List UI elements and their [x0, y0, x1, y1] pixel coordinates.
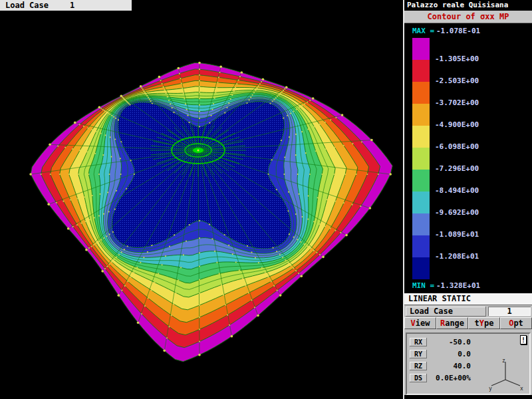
app-window: { "loadcase_bar": { "label": "Load Case"…: [0, 0, 532, 399]
axis-triad-icon: z x y: [488, 356, 524, 392]
menu-buttons: View Range tYpe Opt: [404, 317, 532, 329]
type-button-post: pe: [484, 319, 493, 328]
legend-swatch: [412, 257, 430, 279]
alert-button[interactable]: !: [520, 335, 527, 344]
rz-button[interactable]: RZ: [410, 362, 427, 370]
legend-boundary-value: -1.305E+00: [435, 55, 479, 63]
legend-boundary-value: -7.296E+00: [435, 165, 479, 173]
load-case-row: Load Case 1: [404, 305, 532, 317]
legend-max-value: -1.078E-01: [436, 27, 480, 35]
contour-title: Contour of σxx MP: [404, 11, 532, 23]
legend-boundary-value: -2.503E+00: [435, 77, 479, 85]
rx-value: -50.0: [427, 338, 471, 346]
legend-swatch: [412, 170, 430, 192]
legend-swatch: [412, 82, 430, 104]
axis-x-label: x: [520, 386, 523, 392]
load-case-bar-value: 1: [70, 1, 74, 10]
legend-min-row: MIN =-1.328E+01: [412, 281, 532, 291]
legend-boundary-value: -1.208E+01: [435, 253, 479, 261]
model-viewport: [0, 0, 403, 399]
view-button[interactable]: View: [404, 317, 436, 329]
ds-button[interactable]: DS: [410, 374, 427, 382]
legend-min-value: -1.328E+01: [436, 281, 480, 290]
load-case-button[interactable]: Load Case: [406, 307, 486, 317]
legend-min-label: MIN =: [412, 281, 436, 291]
rz-value: 40.0: [427, 362, 471, 370]
legend-color-scale: -1.305E+00 -2.503E+00 -3.702E+00 -4.900E…: [412, 38, 529, 279]
range-button-post: ange: [445, 319, 464, 328]
contour-legend: MAX =-1.078E-01 -1.305E+00 -2.503E+00 -3…: [404, 23, 532, 293]
legend-swatch: [412, 192, 430, 213]
rx-button[interactable]: RX: [410, 338, 427, 346]
view-button-post: iew: [416, 319, 430, 328]
type-button-hotkey: Y: [479, 319, 484, 328]
options-button[interactable]: Opt: [500, 317, 532, 329]
load-case-bar: Load Case1: [0, 0, 132, 11]
legend-swatch: [412, 213, 430, 235]
options-button-post: pt: [513, 319, 523, 328]
control-panel: Palazzo reale Quisisana Contour of σxx M…: [403, 0, 532, 399]
legend-boundary-value: -3.702E+00: [435, 99, 479, 107]
legend-swatch: [412, 38, 430, 60]
view-controls-panel: ! RX -50.0 RY 0.0 RZ 40.0 DS 0.0E+00% z …: [406, 332, 531, 395]
type-button-pre: t: [475, 319, 479, 328]
legend-swatch: [412, 104, 430, 126]
type-button[interactable]: tYpe: [468, 317, 500, 329]
ds-value: 0.0E+00%: [427, 374, 471, 382]
legend-boundary-value: -6.098E+00: [435, 143, 479, 151]
rx-row: RX -50.0: [410, 337, 527, 346]
load-case-value-field[interactable]: 1: [488, 307, 531, 316]
analysis-type-label: LINEAR STATIC: [404, 293, 532, 305]
legend-boundary-value: -1.089E+01: [435, 231, 479, 239]
legend-boundary-value: -8.494E+00: [435, 187, 479, 195]
ry-value: 0.0: [427, 350, 471, 358]
legend-boundary-value: -9.692E+00: [435, 209, 479, 217]
legend-max-label: MAX =: [412, 27, 436, 36]
model-title: Palazzo reale Quisisana: [404, 0, 532, 11]
load-case-bar-label: Load Case: [5, 1, 49, 10]
legend-swatch: [412, 126, 430, 148]
axis-y-label: y: [489, 386, 492, 392]
range-button[interactable]: Range: [436, 317, 468, 329]
panel-footer: [404, 395, 532, 399]
legend-swatch: [412, 60, 430, 82]
axis-z-label: z: [502, 358, 505, 364]
ry-button[interactable]: RY: [410, 350, 427, 358]
legend-max-row: MAX =-1.078E-01: [412, 27, 532, 36]
legend-swatch: [412, 235, 430, 257]
legend-boundary-value: -4.900E+00: [435, 121, 479, 129]
view-button-hotkey: V: [411, 319, 416, 328]
legend-swatch: [412, 148, 430, 170]
contour-plot: [0, 0, 403, 399]
